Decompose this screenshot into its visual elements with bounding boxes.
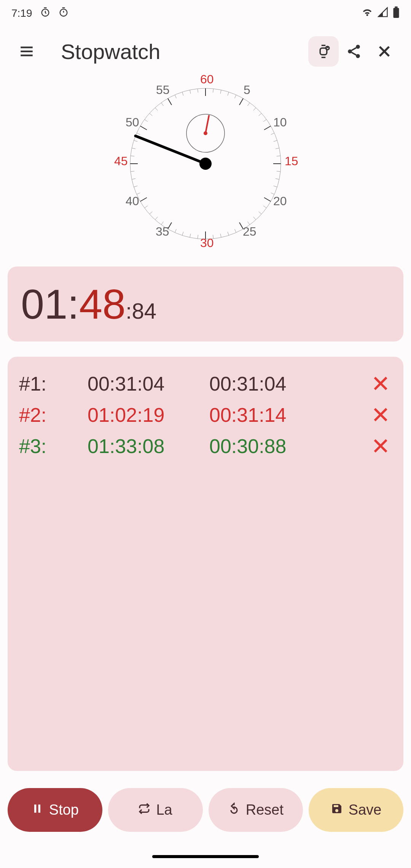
lap-num: #3:	[19, 435, 68, 458]
clock-label-5: 5	[244, 83, 250, 97]
svg-rect-3	[395, 6, 398, 8]
clock-label-20: 20	[273, 194, 287, 208]
svg-point-85	[199, 158, 212, 170]
svg-line-13	[352, 53, 356, 55]
battery-icon	[393, 6, 400, 21]
nav-handle[interactable]	[152, 855, 259, 858]
time-ms: 84	[132, 298, 156, 324]
clock-label-15: 15	[285, 154, 298, 168]
reset-label: Reset	[246, 802, 284, 818]
time-display: 01 : 48 : 84	[8, 266, 403, 341]
delete-lap-icon[interactable]: ✕	[369, 433, 392, 460]
save-button[interactable]: Save	[309, 788, 403, 832]
stopwatch-icon	[58, 7, 69, 20]
svg-point-11	[356, 54, 360, 58]
clock-label-60: 60	[200, 72, 214, 86]
svg-rect-2	[393, 8, 399, 18]
time-seconds: 48	[79, 280, 126, 328]
stop-button[interactable]: Stop	[8, 788, 102, 832]
nav-bar	[0, 845, 411, 868]
header: Stopwatch	[0, 27, 411, 76]
menu-button[interactable]	[11, 36, 42, 67]
lap-split: 00:31:04	[209, 372, 350, 395]
lap-label: La	[156, 802, 172, 818]
lap-split: 00:30:88	[209, 435, 350, 458]
pause-icon	[31, 802, 43, 818]
time-minutes: 01	[21, 280, 67, 328]
svg-point-83	[204, 131, 207, 135]
clock-label-25: 25	[243, 225, 256, 239]
reset-button[interactable]: Reset	[209, 788, 303, 832]
lap-row: #2: 01:02:19 00:31:14 ✕	[19, 399, 392, 431]
timer-icon	[40, 7, 51, 20]
status-bar: 7:19	[0, 0, 411, 27]
undo-icon	[228, 802, 240, 818]
laps-list: #1: 00:31:04 00:31:04 ✕ #2: 01:02:19 00:…	[8, 357, 403, 771]
save-icon	[331, 802, 343, 818]
svg-rect-87	[38, 804, 40, 812]
time-colon2: :	[126, 298, 132, 324]
lap-row: #1: 00:31:04 00:31:04 ✕	[19, 368, 392, 399]
signal-icon	[378, 7, 388, 20]
svg-point-1	[60, 9, 67, 16]
stop-label: Stop	[49, 802, 79, 818]
delete-lap-icon[interactable]: ✕	[369, 402, 392, 428]
lap-button[interactable]: La	[108, 788, 203, 832]
wifi-icon	[362, 6, 373, 21]
watch-button[interactable]	[308, 36, 339, 67]
svg-line-12	[352, 48, 356, 50]
lap-num: #2:	[19, 404, 68, 426]
analog-clock: 60 5 10 15 20 25 30 35 40 45 50 55	[0, 76, 411, 259]
svg-rect-86	[34, 804, 36, 812]
share-button[interactable]	[339, 36, 369, 67]
clock-label-10: 10	[273, 115, 287, 129]
lap-num: #1:	[19, 372, 68, 395]
clock-label-40: 40	[126, 194, 139, 208]
clock-label-55: 55	[156, 83, 170, 97]
close-button[interactable]	[369, 36, 400, 67]
lap-split: 00:31:14	[209, 404, 350, 426]
clock-label-50: 50	[126, 115, 139, 129]
delete-lap-icon[interactable]: ✕	[369, 370, 392, 397]
lap-time: 01:02:19	[88, 404, 190, 426]
clock-label-30: 30	[200, 236, 214, 250]
lap-time: 00:31:04	[88, 372, 190, 395]
svg-point-10	[348, 49, 352, 54]
action-bar: Stop La Reset Save	[0, 779, 411, 845]
save-label: Save	[349, 802, 382, 818]
clock-label-35: 35	[156, 225, 169, 239]
svg-point-9	[356, 45, 360, 49]
status-time: 7:19	[11, 7, 32, 19]
lap-time: 01:33:08	[88, 435, 190, 458]
repeat-icon	[138, 802, 150, 818]
time-colon1: :	[67, 280, 79, 328]
page-title: Stopwatch	[61, 39, 308, 64]
lap-row: #3: 01:33:08 00:30:88 ✕	[19, 431, 392, 462]
clock-label-45: 45	[114, 154, 128, 168]
